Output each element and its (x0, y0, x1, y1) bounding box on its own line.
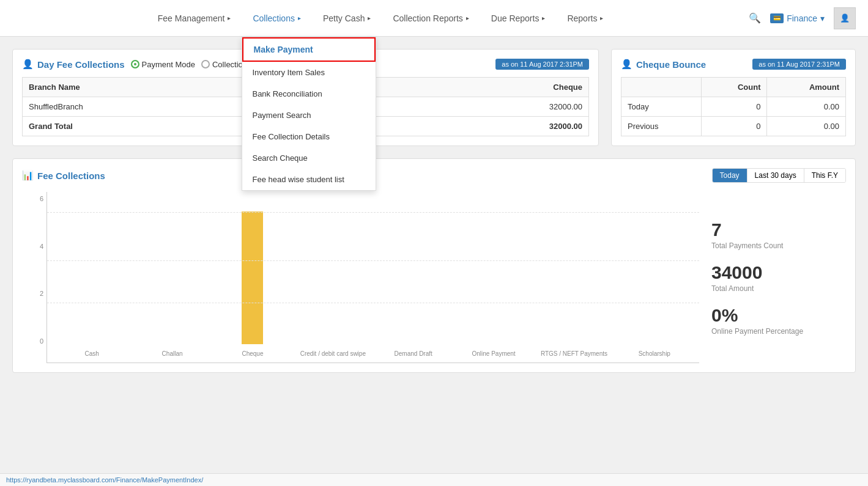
cheque-bounce-card: 👤 Cheque Bounce as on 11 Aug 2017 2:31PM… (611, 49, 856, 146)
cheque-amount-cell: 32000.00 (358, 97, 589, 117)
top-cards-row: 👤 Day Fee Collections Payment Mode Colle… (12, 49, 856, 146)
main-content: 👤 Day Fee Collections Payment Mode Colle… (0, 37, 868, 385)
fee-collections-header: 📊 Fee Collections Today Last 30 days Thi… (22, 168, 846, 183)
person-icon: 👤 (22, 59, 34, 70)
dropdown-make-payment[interactable]: Make Payment (242, 37, 376, 62)
x-label-challan: Challan (133, 350, 210, 357)
nav-fee-management-label: Fee Management (158, 13, 225, 23)
dropdown-bank-reconciliation[interactable]: Bank Reconciliation (242, 83, 376, 105)
finance-button[interactable]: 💳 Finance ▾ (770, 13, 825, 23)
payment-mode-radio-group: Payment Mode Collections (7 (131, 60, 261, 69)
bar-scholarship (616, 192, 693, 344)
cheque-bounce-timestamp: as on 11 Aug 2017 2:31PM (752, 59, 846, 70)
nav-collections-label: Collections (253, 13, 294, 23)
fee-collections-card: 📊 Fee Collections Today Last 30 days Thi… (12, 158, 856, 373)
day-fee-card-title: 👤 Day Fee Collections (22, 59, 125, 70)
today-row: Today 0 0.00 (621, 97, 846, 117)
bar-chart-icon: 📊 (22, 170, 34, 181)
bar-online (455, 192, 532, 344)
total-payments-value: 7 (711, 219, 846, 240)
y-label-2: 2 (22, 290, 46, 297)
bar-credit (294, 192, 371, 344)
user-avatar[interactable]: 👤 (834, 7, 856, 29)
nav-due-reports[interactable]: Due Reports ▸ (480, 0, 557, 37)
collections-dropdown: Make Payment Inventory Item Sales Bank R… (242, 37, 376, 191)
nav-collections[interactable]: Collections ▸ Make Payment Inventory Ite… (242, 0, 311, 37)
nav-reports[interactable]: Reports ▸ (556, 0, 614, 37)
today-amount: 0.00 (767, 97, 846, 117)
nav-fee-management[interactable]: Fee Management ▸ (147, 0, 242, 37)
y-label-6: 6 (22, 195, 46, 202)
nav-menu: Fee Management ▸ Collections ▸ Make Paym… (12, 0, 749, 37)
cheque-bounce-table: Count Amount Today 0 0.00 Previous 0 0.0… (621, 77, 846, 136)
period-thisfy-btn[interactable]: This F.Y (804, 169, 845, 182)
total-payments-stat: 7 Total Payments Count (711, 219, 846, 250)
fee-collections-title: 📊 Fee Collections (22, 170, 105, 181)
fee-collections-title-text: Fee Collections (37, 171, 105, 181)
dropdown-inventory-item-sales[interactable]: Inventory Item Sales (242, 62, 376, 83)
dropdown-payment-search[interactable]: Payment Search (242, 105, 376, 126)
period-buttons: Today Last 30 days This F.Y (712, 168, 846, 183)
avatar-icon: 👤 (840, 13, 850, 23)
chart-row: 0 2 4 6 (22, 192, 846, 363)
previous-count: 0 (702, 117, 767, 136)
cheque-bounce-title: 👤 Cheque Bounce (621, 59, 706, 70)
bar-chart-area: 0 2 4 6 (22, 192, 699, 363)
bar-cash (53, 192, 130, 344)
nav-reports-label: Reports (567, 13, 597, 23)
y-label-4: 4 (22, 243, 46, 250)
payment-mode-radio-circle (131, 60, 139, 68)
cheque-bounce-amount-header: Amount (767, 78, 846, 97)
nav-fee-management-caret: ▸ (228, 15, 231, 21)
cheque-person-icon: 👤 (621, 59, 632, 70)
dropdown-fee-head-wise[interactable]: Fee head wise student list (242, 169, 376, 190)
nav-petty-cash[interactable]: Petty Cash ▸ (312, 0, 382, 37)
cheque-bounce-title-text: Cheque Bounce (636, 59, 706, 70)
x-label-cheque: Cheque (214, 350, 291, 357)
nav-petty-cash-label: Petty Cash (323, 13, 365, 23)
navbar: Fee Management ▸ Collections ▸ Make Paym… (0, 0, 868, 37)
nav-petty-cash-caret: ▸ (368, 15, 371, 21)
nav-collection-reports-caret: ▸ (466, 15, 469, 21)
bar-rtgs (535, 192, 612, 344)
x-label-scholarship: Scholarship (616, 350, 693, 357)
period-last30-btn[interactable]: Last 30 days (747, 169, 804, 182)
total-payments-label: Total Payments Count (711, 241, 846, 250)
bar-demand-draft (375, 192, 452, 344)
cheque-bounce-col0 (621, 78, 702, 97)
day-fee-title-text: Day Fee Collections (37, 59, 125, 70)
chart-stats: 7 Total Payments Count 34000 Total Amoun… (711, 192, 846, 363)
nav-due-reports-label: Due Reports (491, 13, 540, 23)
online-percentage-label: Online Payment Percentage (711, 327, 846, 336)
navbar-right: 🔍 💳 Finance ▾ 👤 (749, 7, 856, 29)
nav-reports-caret: ▸ (600, 15, 603, 21)
search-icon[interactable]: 🔍 (749, 12, 761, 24)
today-label: Today (621, 97, 702, 117)
y-label-0: 0 (22, 337, 46, 345)
finance-card-icon: 💳 (770, 13, 784, 23)
period-today-btn[interactable]: Today (713, 169, 747, 182)
total-amount-label: Total Amount (711, 284, 846, 293)
online-percentage-stat: 0% Online Payment Percentage (711, 305, 846, 336)
previous-label: Previous (621, 117, 702, 136)
bar-cheque-rect (242, 212, 263, 344)
finance-label: Finance (787, 13, 817, 23)
day-fee-timestamp: as on 11 Aug 2017 2:31PM (495, 59, 589, 70)
x-label-online: Online Payment (455, 350, 532, 357)
cheque-bounce-header: 👤 Cheque Bounce as on 11 Aug 2017 2:31PM (621, 59, 846, 70)
bar-challan (133, 192, 210, 344)
x-label-demand-draft: Demand Draft (375, 350, 452, 357)
payment-mode-label: Payment Mode (142, 60, 195, 69)
previous-amount: 0.00 (767, 117, 846, 136)
nav-collection-reports[interactable]: Collection Reports ▸ (382, 0, 480, 37)
payment-mode-radio[interactable]: Payment Mode (131, 60, 195, 69)
bar-cheque (214, 192, 291, 344)
dropdown-search-cheque[interactable]: Search Cheque (242, 147, 376, 169)
today-count: 0 (702, 97, 767, 117)
previous-row: Previous 0 0.00 (621, 117, 846, 136)
nav-collections-caret: ▸ (298, 15, 301, 21)
x-label-credit: Credit / debit card swipe (294, 350, 371, 357)
cheque-bounce-count-header: Count (702, 78, 767, 97)
dropdown-fee-collection-details[interactable]: Fee Collection Details (242, 126, 376, 147)
x-label-rtgs: RTGS / NEFT Payments (535, 350, 612, 357)
